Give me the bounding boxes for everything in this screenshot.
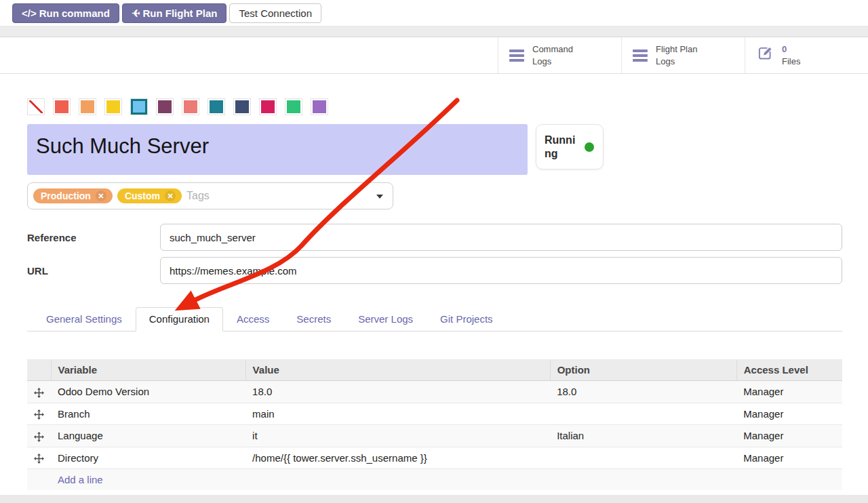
run-command-button[interactable]: </> Run command (12, 3, 119, 23)
variable-cell[interactable]: Language (51, 425, 245, 447)
color-swatch-navy[interactable] (233, 98, 251, 115)
status-running-dot (585, 142, 594, 152)
tab-secrets[interactable]: Secrets (283, 307, 344, 331)
value-cell[interactable]: main (245, 403, 550, 425)
table-row: LanguageitItalianManager (27, 425, 842, 447)
color-swatch-no-color[interactable] (27, 98, 45, 115)
table-header-row: Variable Value Option Access Level (27, 359, 842, 381)
add-a-line-link[interactable]: Add a line (58, 474, 103, 485)
flight-plan-logs-label: Flight Plan Logs (656, 43, 697, 67)
tag-label: Custom (125, 190, 160, 201)
url-input[interactable] (160, 257, 842, 284)
table-row: BranchmainManager (27, 403, 842, 425)
tag-pill-production[interactable]: Production✕ (33, 188, 113, 203)
list-icon (509, 49, 524, 62)
color-swatch-red[interactable] (53, 98, 71, 115)
plane-icon: ✈ (132, 7, 140, 20)
test-connection-button[interactable]: Test Connection (229, 3, 321, 23)
option-cell[interactable]: Italian (550, 425, 736, 447)
drag-handle-icon[interactable] (27, 447, 51, 469)
tab-server-logs[interactable]: Server Logs (344, 307, 427, 331)
reference-input[interactable] (160, 224, 842, 251)
color-swatch-green[interactable] (285, 98, 302, 115)
access-level-column-header[interactable]: Access Level (736, 359, 842, 381)
color-swatch-light-blue[interactable] (130, 98, 148, 115)
reference-label: Reference (27, 232, 160, 243)
option-cell[interactable] (550, 447, 736, 469)
color-swatch-dark-purple[interactable] (156, 98, 174, 115)
configuration-table: Variable Value Option Access Level Odoo … (27, 359, 842, 490)
option-cell[interactable] (550, 403, 736, 425)
command-logs-label: Command Logs (532, 43, 573, 67)
tag-remove-icon[interactable]: ✕ (96, 190, 106, 201)
color-swatch-yellow[interactable] (104, 98, 122, 115)
files-count: 0 (782, 44, 787, 54)
variable-cell[interactable]: Directory (51, 447, 245, 469)
handle-column-header (27, 359, 51, 381)
breadcrumb-bar: Command Logs Flight Plan Logs 0 Files (0, 37, 868, 74)
variable-column-header[interactable]: Variable (51, 359, 245, 381)
edit-file-icon (756, 45, 774, 66)
files-label: 0 Files (782, 43, 800, 67)
command-logs-button[interactable]: Command Logs (498, 37, 621, 73)
access-level-cell[interactable]: Manager (736, 425, 842, 447)
color-swatch-purple[interactable] (311, 98, 328, 115)
color-swatch-orange[interactable] (79, 98, 96, 115)
flight-plan-logs-button[interactable]: Flight Plan Logs (621, 37, 745, 73)
tab-git-projects[interactable]: Git Projects (427, 307, 507, 331)
notebook-tabs: General Settings Configuration Access Se… (27, 306, 842, 331)
color-swatch-teal[interactable] (208, 98, 225, 115)
server-name-field[interactable]: Such Much Server (27, 124, 528, 175)
code-icon: </> (22, 7, 37, 20)
option-column-header[interactable]: Option (550, 359, 736, 381)
drag-handle-icon[interactable] (27, 381, 51, 403)
run-command-label: Run command (39, 7, 110, 20)
tag-pill-list: Production✕Custom✕ (33, 188, 182, 203)
drag-handle-icon[interactable] (27, 403, 51, 425)
tab-general-settings[interactable]: General Settings (33, 307, 136, 331)
table-row: Directory/home/{{ tower.server.ssh_usern… (27, 447, 842, 469)
url-label: URL (27, 265, 160, 277)
value-column-header[interactable]: Value (245, 359, 550, 381)
server-status-widget[interactable]: Running (536, 124, 604, 169)
top-toolbar: </> Run command ✈ Run Flight Plan Test C… (0, 0, 868, 26)
title-row: Such Much Server Running (27, 124, 842, 175)
test-connection-label: Test Connection (239, 7, 312, 20)
tab-configuration[interactable]: Configuration (136, 307, 223, 331)
value-cell[interactable]: it (245, 425, 550, 447)
color-swatch-crimson[interactable] (259, 98, 277, 115)
chevron-down-icon[interactable] (376, 195, 383, 199)
server-form-sheet: Such Much Server Running Production✕Cust… (0, 74, 868, 495)
variable-cell[interactable]: Branch (51, 403, 245, 425)
status-label: Running (545, 134, 580, 161)
color-swatch-salmon[interactable] (182, 98, 199, 115)
color-picker (27, 98, 842, 115)
control-panel-strip (0, 26, 868, 37)
option-cell[interactable]: 18.0 (550, 381, 736, 403)
tags-placeholder: Tags (186, 190, 210, 202)
reference-field-row: Reference (27, 224, 842, 251)
access-level-cell[interactable]: Manager (736, 447, 842, 469)
run-flight-plan-label: Run Flight Plan (142, 7, 217, 20)
table-row: Odoo Demo Version18.018.0Manager (27, 381, 842, 403)
tag-remove-icon[interactable]: ✕ (165, 190, 176, 201)
drag-handle-icon[interactable] (27, 425, 51, 447)
files-button[interactable]: 0 Files (745, 37, 868, 73)
tags-input[interactable]: Production✕Custom✕ Tags (27, 182, 393, 209)
value-cell[interactable]: /home/{{ tower.server.ssh_username }} (245, 447, 550, 469)
access-level-cell[interactable]: Manager (736, 403, 842, 425)
tag-pill-custom[interactable]: Custom✕ (117, 188, 182, 203)
tag-label: Production (41, 190, 91, 201)
tab-access[interactable]: Access (223, 307, 283, 331)
access-level-cell[interactable]: Manager (736, 381, 842, 403)
value-cell[interactable]: 18.0 (245, 381, 550, 403)
url-field-row: URL (27, 257, 842, 284)
list-icon (633, 49, 648, 62)
add-line-row: Add a line (27, 469, 842, 491)
variable-cell[interactable]: Odoo Demo Version (51, 381, 245, 403)
run-flight-plan-button[interactable]: ✈ Run Flight Plan (122, 3, 227, 23)
